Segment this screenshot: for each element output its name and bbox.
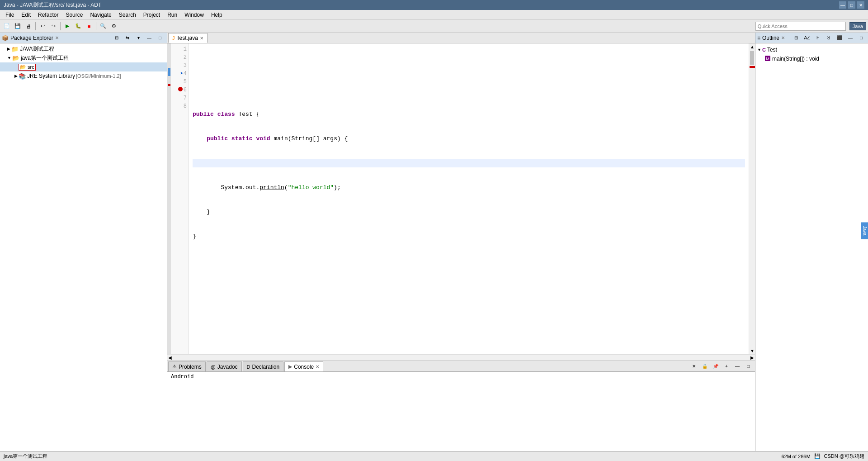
outline-collapse[interactable]: ⊟ bbox=[791, 33, 801, 43]
tab-declaration[interactable]: D Declaration bbox=[243, 361, 284, 371]
close-button[interactable]: ✕ bbox=[857, 1, 864, 9]
toolbar-stop[interactable]: ■ bbox=[84, 21, 94, 31]
maximize-button[interactable]: □ bbox=[848, 1, 855, 9]
gutter-line-4[interactable]: ➤4 bbox=[171, 70, 187, 78]
toolbar-redo[interactable]: ↪ bbox=[48, 21, 58, 31]
gutter-line-7: 7 bbox=[171, 94, 187, 102]
horizontal-scrollbar[interactable] bbox=[173, 355, 750, 361]
code-line-3: public class Test { bbox=[193, 110, 745, 119]
editor-scrollbar[interactable]: ▲ ▼ bbox=[749, 43, 755, 354]
keyword-void: void bbox=[256, 135, 270, 143]
left-indicator bbox=[167, 43, 171, 354]
right-edge-tab[interactable]: Java bbox=[861, 222, 868, 239]
menu-window[interactable]: Window bbox=[181, 11, 208, 19]
tree-item-label: JAVA测试工程 bbox=[20, 45, 54, 53]
menu-navigate[interactable]: Navigate bbox=[86, 11, 115, 19]
code-content[interactable]: public class Test { public static void m… bbox=[189, 43, 749, 354]
pkg-view-menu[interactable]: ▾ bbox=[133, 33, 143, 43]
tree-item-java-test-project[interactable]: ▶ 📁 JAVA测试工程 bbox=[0, 44, 167, 53]
outline-hide-non-public[interactable]: ⬛ bbox=[835, 33, 844, 43]
outline-hide-fields[interactable]: F bbox=[813, 33, 823, 43]
console-maximize[interactable]: □ bbox=[743, 361, 753, 371]
memory-usage[interactable]: 62M of 286M bbox=[781, 454, 810, 459]
gutter-line-6[interactable]: 6 bbox=[171, 86, 187, 94]
gutter-line-5: 5 bbox=[171, 78, 187, 86]
status-project-label: java第一个测试工程 bbox=[4, 453, 47, 460]
println-method: println bbox=[259, 184, 284, 192]
title-text: Java - JAVA测试工程/src/Test.java - ADT bbox=[4, 1, 101, 9]
memory-icon: 💾 bbox=[814, 453, 821, 459]
console-new[interactable]: + bbox=[722, 361, 731, 371]
console-tab-close[interactable]: ✕ bbox=[316, 364, 319, 369]
project-icon: 📂 bbox=[12, 55, 19, 62]
quick-access-input[interactable] bbox=[755, 22, 846, 31]
menu-help[interactable]: Help bbox=[208, 11, 226, 19]
toolbar-run[interactable]: ▶ bbox=[62, 21, 72, 31]
quick-access-area: Java bbox=[755, 22, 866, 31]
pkg-link-editor[interactable]: ⇆ bbox=[123, 33, 132, 43]
pkg-minimize[interactable]: — bbox=[144, 33, 154, 43]
scroll-down-arrow[interactable]: ▼ bbox=[749, 347, 755, 354]
menu-refactor[interactable]: Refactor bbox=[34, 11, 62, 19]
outline-item-test[interactable]: ▼ C Test bbox=[755, 45, 868, 54]
toolbar-search[interactable]: 🔍 bbox=[98, 21, 108, 31]
java-perspective-button[interactable]: Java bbox=[849, 22, 866, 30]
pkg-maximize[interactable]: □ bbox=[155, 33, 165, 43]
outline-maximize[interactable]: □ bbox=[856, 33, 866, 43]
toolbar-settings[interactable]: ⚙ bbox=[109, 21, 119, 31]
tree-item-jre[interactable]: ▶ 📚 JRE System Library [OSGi/Minimum-1.2… bbox=[0, 71, 167, 81]
menu-edit[interactable]: Edit bbox=[18, 11, 34, 19]
package-explorer-close-icon: ✕ bbox=[55, 35, 59, 40]
menu-search[interactable]: Search bbox=[115, 11, 140, 19]
outline-hide-static[interactable]: S bbox=[824, 33, 834, 43]
code-line-7: } bbox=[193, 208, 745, 216]
tab-console[interactable]: ▶ Console ✕ bbox=[284, 361, 323, 371]
outline-item-main[interactable]: M main(String[]) : void bbox=[755, 54, 868, 63]
tab-problems[interactable]: ⚠ Problems bbox=[168, 361, 206, 371]
outline-minimize[interactable]: — bbox=[845, 33, 855, 43]
outline-sort[interactable]: AZ bbox=[802, 33, 812, 43]
console-tabs: ⚠ Problems @ Javadoc D Declaration ▶ Con… bbox=[167, 361, 755, 372]
right-panel: ≡ Outline ✕ ⊟ AZ F S ⬛ — □ ▼ C Test bbox=[755, 33, 868, 451]
outline-class-icon: C bbox=[762, 47, 766, 52]
minimize-button[interactable]: — bbox=[839, 1, 846, 9]
scroll-left-arrow[interactable]: ◀ bbox=[167, 355, 173, 360]
console-pin[interactable]: 📌 bbox=[711, 361, 721, 371]
tab-javadoc[interactable]: @ Javadoc bbox=[207, 361, 242, 371]
toolbar-new[interactable]: 📄 bbox=[2, 21, 12, 31]
menu-project[interactable]: Project bbox=[140, 11, 164, 19]
outline-expand-arrow: ▼ bbox=[757, 48, 761, 52]
pkg-explorer-header-icons: ⊟ ⇆ ▾ — □ bbox=[112, 33, 165, 43]
console-clear[interactable]: ✕ bbox=[689, 361, 699, 371]
gutter-arrow-icon: ➤ bbox=[180, 70, 184, 78]
scroll-thumb[interactable] bbox=[750, 51, 754, 65]
editor-tab-test-java[interactable]: J Test.java ✕ bbox=[168, 33, 208, 43]
title-bar: Java - JAVA测试工程/src/Test.java - ADT — □ … bbox=[0, 0, 868, 10]
tree-item-src[interactable]: ▶ 📂 src bbox=[0, 62, 167, 71]
toolbar-debug[interactable]: 🐛 bbox=[73, 21, 83, 31]
outline-class-label: Test bbox=[767, 47, 777, 53]
toolbar-print[interactable]: 🖨 bbox=[24, 21, 33, 31]
tab-close-icon[interactable]: ✕ bbox=[200, 36, 203, 41]
menu-run[interactable]: Run bbox=[164, 11, 181, 19]
scroll-right-arrow[interactable]: ▶ bbox=[750, 355, 755, 360]
menu-file[interactable]: File bbox=[2, 11, 18, 19]
console-toolbar: ✕ 🔒 📌 + — □ bbox=[323, 361, 755, 371]
tree-item-java-first-project[interactable]: ▼ 📂 java第一个测试工程 bbox=[0, 53, 167, 62]
title-bar-controls[interactable]: — □ ✕ bbox=[839, 1, 864, 9]
pkg-collapse-all[interactable]: ⊟ bbox=[112, 33, 122, 43]
editor-bottom-bar: ◀ ▶ bbox=[167, 354, 755, 361]
scroll-up-arrow[interactable]: ▲ bbox=[749, 43, 755, 50]
editor-area[interactable]: 1 2 3 ➤4 5 6 7 8 public class Test { pub… bbox=[167, 43, 755, 354]
outline-method-icon: M bbox=[764, 55, 771, 62]
keyword-class: class bbox=[217, 110, 235, 119]
console-minimize[interactable]: — bbox=[732, 361, 742, 371]
outline-content: ▼ C Test M main(String[]) : void bbox=[755, 43, 868, 451]
java-file-icon: J bbox=[172, 35, 175, 41]
console-scroll-lock[interactable]: 🔒 bbox=[700, 361, 710, 371]
toolbar-undo[interactable]: ↩ bbox=[38, 21, 47, 31]
problems-icon: ⚠ bbox=[172, 364, 177, 370]
menu-source[interactable]: Source bbox=[62, 11, 86, 19]
toolbar-save[interactable]: 💾 bbox=[13, 21, 23, 31]
tree-expand-icon: ▼ bbox=[7, 56, 11, 60]
